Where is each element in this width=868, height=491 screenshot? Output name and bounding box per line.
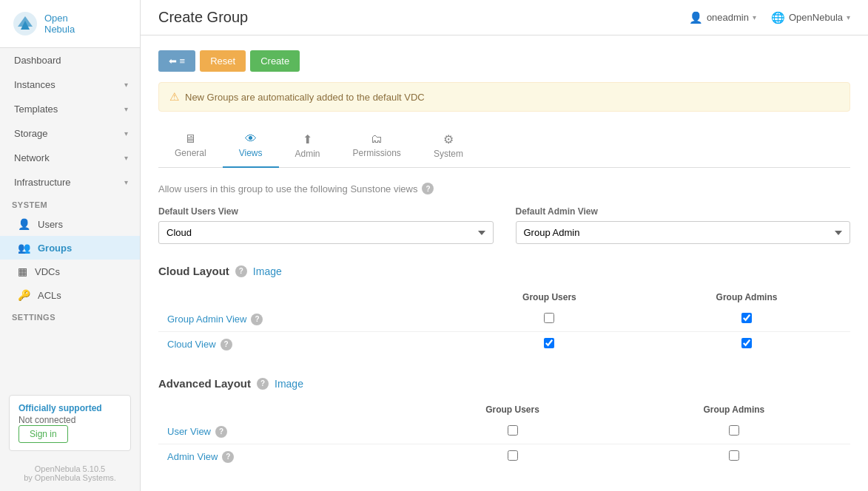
- advanced-admin-view-users-checkbox[interactable]: [508, 450, 518, 461]
- settings-section-header: Settings: [0, 307, 140, 325]
- header-right: 👤 oneadmin ▾ 🌐 OpenNebula ▾: [689, 11, 850, 24]
- admin-view-label: Admin View ?: [167, 451, 398, 463]
- default-admin-view-select[interactable]: Group Admin Cloud Admin View User View: [516, 221, 851, 244]
- group-admin-view-label: Group Admin View ?: [167, 314, 447, 325]
- user-icon: 👤: [18, 218, 30, 230]
- group-admin-view-help-icon[interactable]: ?: [251, 314, 263, 325]
- list-icon: ⬅ ≡: [169, 55, 185, 67]
- main-content: Create Group 👤 oneadmin ▾ 🌐 OpenNebula ▾…: [141, 0, 868, 491]
- advanced-user-view-admins-checkbox[interactable]: [729, 425, 739, 436]
- page-title: Create Group: [158, 9, 248, 26]
- advanced-layout-image-link[interactable]: Image: [275, 378, 303, 390]
- upload-icon: ⬆: [303, 132, 312, 146]
- opennebula-logo-icon: [12, 10, 38, 37]
- cloud-group-admin-view-users-checkbox[interactable]: [544, 313, 554, 323]
- sidebar: Open Nebula Dashboard Instances ▾ Templa…: [0, 0, 141, 491]
- vdcs-icon: ▦: [18, 265, 27, 277]
- tab-general[interactable]: 🖥 General: [158, 125, 223, 168]
- reset-button[interactable]: Reset: [200, 50, 246, 72]
- dropdowns-row: Default Users View Cloud User View Group…: [158, 206, 850, 244]
- advanced-col-group-users: Group Users: [407, 400, 617, 419]
- user-menu[interactable]: 👤 oneadmin ▾: [689, 11, 756, 24]
- logo-open-text: Open: [44, 13, 68, 24]
- toolbar: ⬅ ≡ Reset Create: [158, 50, 850, 72]
- default-admin-view-group: Default Admin View Group Admin Cloud Adm…: [516, 206, 851, 244]
- sidebar-item-infrastructure[interactable]: Infrastructure ▾: [0, 170, 140, 194]
- cloud-col-group-users: Group Users: [456, 288, 643, 307]
- tab-system[interactable]: ⚙ System: [417, 125, 480, 168]
- cloud-menu[interactable]: 🌐 OpenNebula ▾: [771, 11, 850, 24]
- sidebar-item-templates[interactable]: Templates ▾: [0, 97, 140, 121]
- chevron-down-icon: ▾: [124, 105, 128, 113]
- cloud-cloud-view-users-checkbox[interactable]: [544, 338, 554, 348]
- description-help-icon[interactable]: ?: [422, 183, 434, 194]
- cloud-view-label: Cloud View ?: [167, 339, 447, 351]
- table-row: Cloud View ?: [158, 332, 850, 357]
- support-widget: Officially supported Not connected Sign …: [9, 395, 131, 451]
- groups-icon: 👥: [18, 242, 30, 254]
- chevron-down-icon: ▾: [124, 129, 128, 138]
- content-area: ⬅ ≡ Reset Create ⚠ New Groups are automa…: [141, 35, 868, 491]
- user-menu-caret: ▾: [753, 13, 756, 21]
- sidebar-item-vdcs[interactable]: ▦ VDCs: [0, 260, 140, 283]
- advanced-layout-title: Advanced Layout ? Image: [158, 377, 850, 390]
- sidebar-item-instances[interactable]: Instances ▾: [0, 72, 140, 97]
- logo: Open Nebula: [0, 0, 140, 48]
- cloud-col-name: [158, 288, 456, 307]
- sidebar-item-acls[interactable]: 🔑 ACLs: [0, 283, 140, 307]
- logo-nebula-text: Nebula: [44, 24, 75, 35]
- gear-icon: ⚙: [443, 132, 454, 146]
- default-users-view-label: Default Users View: [158, 206, 494, 217]
- advanced-user-view-users-checkbox[interactable]: [508, 425, 518, 436]
- sidebar-item-network[interactable]: Network ▾: [0, 146, 140, 170]
- warning-banner: ⚠ New Groups are automatically added to …: [158, 82, 850, 112]
- tab-permissions[interactable]: 🗂 Permissions: [337, 125, 417, 168]
- tab-admin[interactable]: ⬆ Admin: [279, 125, 337, 168]
- cloud-col-group-admins: Group Admins: [643, 288, 850, 307]
- system-section-header: System: [0, 194, 140, 212]
- cloud-layout-title: Cloud Layout ? Image: [158, 265, 850, 277]
- folder-icon: 🗂: [371, 132, 383, 146]
- warning-icon: ⚠: [169, 90, 179, 104]
- table-row: Admin View ?: [158, 444, 850, 470]
- advanced-admin-view-admins-checkbox[interactable]: [729, 450, 739, 461]
- sign-in-button[interactable]: Sign in: [18, 425, 68, 443]
- views-content: Allow users in this group to use the fol…: [158, 183, 850, 469]
- sidebar-item-users[interactable]: 👤 Users: [0, 212, 140, 236]
- monitor-icon: 🖥: [184, 132, 196, 146]
- sidebar-item-dashboard[interactable]: Dashboard: [0, 48, 140, 72]
- cloud-layout-section: Cloud Layout ? Image Group Users Group A…: [158, 265, 850, 356]
- sidebar-item-storage[interactable]: Storage ▾: [0, 121, 140, 146]
- default-users-view-select[interactable]: Cloud User View Group Admin View Admin V…: [158, 221, 494, 244]
- advanced-col-name: [158, 400, 407, 419]
- globe-icon: 🌐: [771, 11, 785, 24]
- back-button[interactable]: ⬅ ≡: [158, 50, 195, 72]
- cloud-group-admin-view-admins-checkbox[interactable]: [741, 313, 752, 323]
- support-link[interactable]: Officially supported: [18, 403, 121, 413]
- cloud-menu-caret: ▾: [847, 13, 850, 21]
- table-row: Group Admin View ?: [158, 307, 850, 332]
- cloud-layout-help-icon[interactable]: ?: [235, 265, 247, 277]
- cloud-view-help-icon[interactable]: ?: [221, 339, 232, 351]
- sidebar-footer: OpenNebula 5.10.5 by OpenNebula Systems.: [0, 458, 140, 491]
- default-admin-view-label: Default Admin View: [516, 206, 851, 217]
- key-icon: 🔑: [18, 289, 30, 301]
- sidebar-item-groups[interactable]: 👥 Groups: [0, 236, 140, 260]
- advanced-layout-help-icon[interactable]: ?: [257, 378, 269, 390]
- tabs: 🖥 General 👁 Views ⬆ Admin 🗂 Permissions …: [158, 125, 850, 168]
- tab-views[interactable]: 👁 Views: [223, 125, 279, 168]
- cloud-cloud-view-admins-checkbox[interactable]: [741, 338, 752, 348]
- table-row: User View ?: [158, 419, 850, 444]
- admin-view-help-icon[interactable]: ?: [222, 451, 234, 463]
- create-button[interactable]: Create: [250, 50, 300, 72]
- sidebar-nav: Dashboard Instances ▾ Templates ▾ Storag…: [0, 48, 140, 387]
- chevron-down-icon: ▾: [124, 81, 128, 89]
- user-view-label: User View ?: [167, 426, 398, 438]
- default-users-view-group: Default Users View Cloud User View Group…: [158, 206, 494, 244]
- section-description: Allow users in this group to use the fol…: [158, 183, 850, 194]
- chevron-down-icon: ▾: [124, 178, 128, 186]
- user-view-help-icon[interactable]: ?: [215, 426, 227, 438]
- advanced-layout-section: Advanced Layout ? Image Group Users Grou…: [158, 377, 850, 469]
- cloud-layout-table: Group Users Group Admins Group Admin Vie…: [158, 288, 850, 356]
- cloud-layout-image-link[interactable]: Image: [253, 265, 282, 277]
